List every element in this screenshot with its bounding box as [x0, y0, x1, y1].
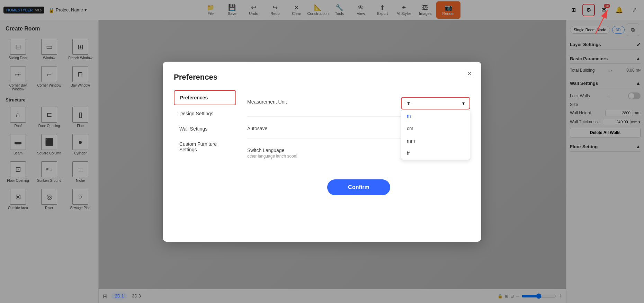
modal-content: Measurement Unit m ▾ m	[247, 90, 470, 195]
switch-language-label: Switch Language	[247, 148, 316, 153]
modal-nav-custom-furniture-label: Custom Furniture Settings	[179, 141, 217, 152]
modal-nav-wall-settings[interactable]: Wall Settings	[174, 122, 236, 136]
autosave-label: Autosave	[247, 124, 316, 131]
measurement-unit-row: Measurement Unit m ▾ m	[247, 90, 470, 117]
modal-overlay[interactable]: Preferences × Preferences Design Setting…	[0, 0, 644, 303]
unit-option-ft[interactable]: ft	[401, 147, 470, 160]
switch-language-sub: other language lanch soon!	[247, 154, 316, 159]
modal-nav-design-settings[interactable]: Design Settings	[174, 107, 236, 121]
unit-option-mm[interactable]: mm	[401, 135, 470, 147]
svg-line-1	[596, 10, 608, 34]
modal-nav-preferences-label: Preferences	[180, 95, 208, 100]
unit-dropdown-trigger[interactable]: m ▾	[401, 97, 470, 109]
measurement-unit-control: m ▾ m cm mm	[316, 97, 470, 109]
preferences-modal: Preferences × Preferences Design Setting…	[163, 62, 481, 242]
modal-close-btn[interactable]: ×	[467, 70, 472, 78]
dropdown-chevron-icon: ▾	[462, 100, 465, 106]
modal-nav: Preferences Design Settings Wall Setting…	[174, 90, 236, 195]
current-unit-label: m	[406, 100, 411, 106]
modal-nav-preferences[interactable]: Preferences	[174, 90, 236, 105]
modal-nav-wall-settings-label: Wall Settings	[179, 126, 207, 132]
modal-nav-design-settings-label: Design Settings	[179, 111, 213, 116]
confirm-button[interactable]: Confirm	[327, 179, 390, 195]
unit-option-cm[interactable]: cm	[401, 122, 470, 135]
measurement-unit-label: Measurement Unit	[247, 97, 316, 105]
switch-language-label-group: Switch Language other language lanch soo…	[247, 145, 316, 159]
modal-nav-custom-furniture[interactable]: Custom Furniture Settings	[174, 137, 236, 157]
unit-option-m[interactable]: m	[401, 110, 470, 122]
modal-title: Preferences	[174, 73, 470, 82]
red-arrow-annotation	[554, 3, 609, 37]
unit-dropdown-menu: m cm mm ft	[401, 109, 470, 160]
modal-body: Preferences Design Settings Wall Setting…	[174, 90, 470, 195]
unit-dropdown: m ▾ m cm mm	[401, 97, 470, 109]
